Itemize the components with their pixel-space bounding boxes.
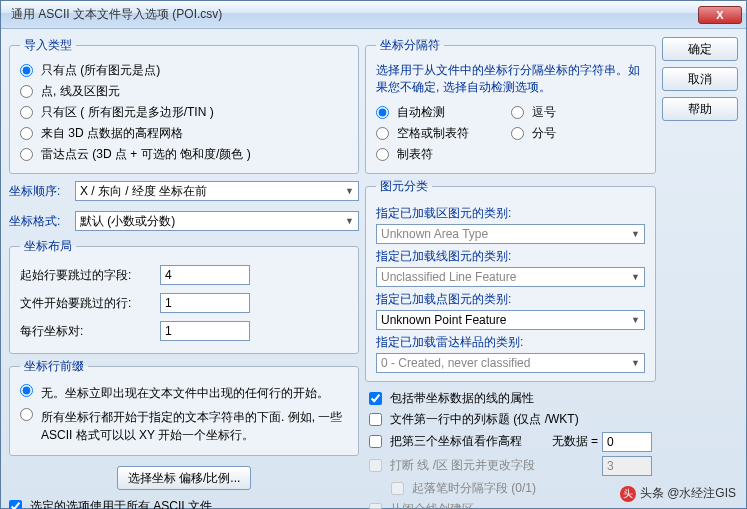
break-field-input (602, 456, 652, 476)
close-button[interactable]: X (698, 6, 742, 24)
delim-semicolon[interactable] (511, 127, 524, 140)
import-type-lidar[interactable] (20, 148, 33, 161)
skip-lines-input[interactable] (160, 293, 250, 313)
window-title: 通用 ASCII 文本文件导入选项 (POI.csv) (11, 6, 698, 23)
closed-line-area-checkbox (369, 503, 382, 509)
area-class-select[interactable]: Unknown Area Type▼ (376, 224, 645, 244)
ok-button[interactable]: 确定 (662, 37, 738, 61)
chevron-down-icon: ▼ (631, 358, 640, 368)
import-type-legend: 导入类型 (20, 37, 76, 54)
import-type-elev[interactable] (20, 127, 33, 140)
classification-group: 图元分类 指定已加载区图元的类别: Unknown Area Type▼ 指定已… (365, 178, 656, 382)
delim-tab[interactable] (376, 148, 389, 161)
nodata-input[interactable] (602, 432, 652, 452)
help-button[interactable]: 帮助 (662, 97, 738, 121)
coord-delim-group: 坐标分隔符 选择用于从文件中的坐标行分隔坐标的字符串。如果您不确定, 选择自动检… (365, 37, 656, 174)
classification-legend: 图元分类 (376, 178, 432, 195)
import-type-area[interactable] (20, 106, 33, 119)
line-class-select[interactable]: Unclassified Line Feature▼ (376, 267, 645, 287)
coord-format-label: 坐标格式: (9, 213, 69, 230)
point-class-select[interactable]: Unknown Point Feature▼ (376, 310, 645, 330)
titlebar: 通用 ASCII 文本文件导入选项 (POI.csv) X (1, 1, 746, 29)
first-row-headers-checkbox[interactable] (369, 413, 382, 426)
prefix-none[interactable] (20, 384, 33, 397)
chevron-down-icon: ▼ (631, 229, 640, 239)
lidar-class-select[interactable]: 0 - Created, never classified▼ (376, 353, 645, 373)
pen-delim-checkbox (391, 482, 404, 495)
coord-layout-group: 坐标布局 起始行要跳过的字段: 文件开始要跳过的行: 每行坐标对: (9, 238, 359, 354)
coord-format-select[interactable]: 默认 (小数或分数)▼ (75, 211, 359, 231)
apply-all-checkbox[interactable] (9, 500, 22, 509)
break-field-checkbox (369, 459, 382, 472)
import-type-group: 导入类型 只有点 (所有图元是点) 点, 线及区图元 只有区 ( 所有图元是多边… (9, 37, 359, 174)
import-type-points[interactable] (20, 64, 33, 77)
toutiao-icon: 头 (620, 486, 636, 502)
third-elev-checkbox[interactable] (369, 435, 382, 448)
delim-auto[interactable] (376, 106, 389, 119)
coord-prefix-group: 坐标行前缀 无。坐标立即出现在文本文件中出现的任何行的开始。 所有坐标行都开始于… (9, 358, 359, 456)
offset-scale-button[interactable]: 选择坐标 偏移/比例... (117, 466, 252, 490)
chevron-down-icon: ▼ (631, 315, 640, 325)
pairs-input[interactable] (160, 321, 250, 341)
coord-prefix-legend: 坐标行前缀 (20, 358, 88, 375)
cancel-button[interactable]: 取消 (662, 67, 738, 91)
prefix-string[interactable] (20, 408, 33, 421)
include-attrs-checkbox[interactable] (369, 392, 382, 405)
import-type-mixed[interactable] (20, 85, 33, 98)
delim-comma[interactable] (511, 106, 524, 119)
chevron-down-icon: ▼ (345, 216, 354, 226)
delim-space[interactable] (376, 127, 389, 140)
coord-delim-legend: 坐标分隔符 (376, 37, 444, 54)
coord-order-label: 坐标顺序: (9, 183, 69, 200)
skip-fields-input[interactable] (160, 265, 250, 285)
chevron-down-icon: ▼ (345, 186, 354, 196)
coord-layout-legend: 坐标布局 (20, 238, 76, 255)
watermark: 头头条 @水经注GIS (620, 485, 736, 502)
chevron-down-icon: ▼ (631, 272, 640, 282)
coord-order-select[interactable]: X / 东向 / 经度 坐标在前▼ (75, 181, 359, 201)
